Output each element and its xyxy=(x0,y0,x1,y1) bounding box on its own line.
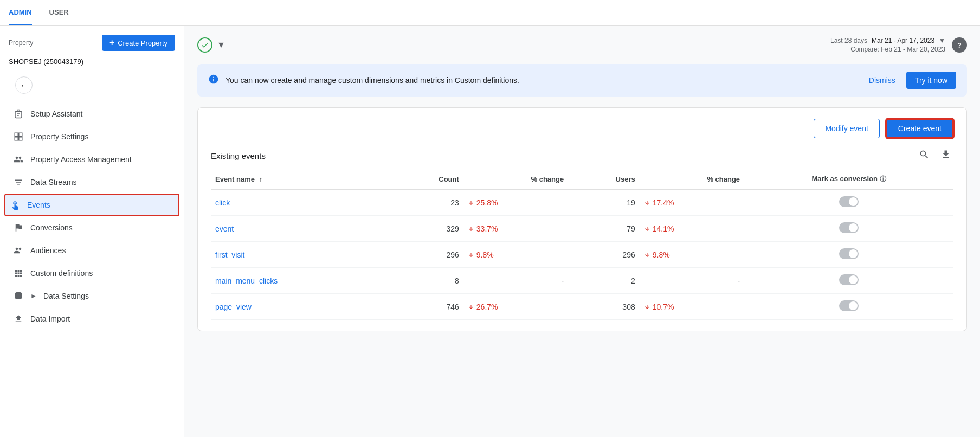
users-change-down: 17.4% xyxy=(644,198,740,207)
conversion-help-icon[interactable]: ⓘ xyxy=(880,175,886,183)
count-change-down: 26.7% xyxy=(468,303,564,311)
info-banner: You can now create and manage custom dim… xyxy=(197,64,967,97)
upload-icon xyxy=(13,313,24,324)
event-users-cell: 296 xyxy=(568,242,639,268)
sidebar-label-property-settings: Property Settings xyxy=(30,132,88,141)
conversion-toggle[interactable] xyxy=(839,300,859,311)
event-toggle-cell[interactable] xyxy=(744,242,953,268)
date-info: Last 28 days Mar 21 - Apr 17, 2023 ▼ Com… xyxy=(830,37,945,53)
date-range-value[interactable]: Mar 21 - Apr 17, 2023 xyxy=(872,37,934,44)
event-name-cell[interactable]: main_menu_clicks xyxy=(211,268,390,294)
streams-icon xyxy=(13,177,24,188)
status-wrapper: ▼ xyxy=(197,37,225,53)
try-now-button[interactable]: Try it now xyxy=(906,72,956,89)
date-dropdown-arrow[interactable]: ▼ xyxy=(939,37,945,44)
col-event-name[interactable]: Event name ↑ xyxy=(211,169,390,190)
sidebar-item-setup-assistant[interactable]: Setup Assistant xyxy=(0,102,184,125)
info-banner-text: You can now create and manage custom dim… xyxy=(225,76,862,85)
sidebar-label-events: Events xyxy=(27,201,50,209)
existing-events-title: Existing events xyxy=(211,151,266,160)
event-users-change-cell: - xyxy=(640,268,744,294)
event-count-cell: 296 xyxy=(390,242,463,268)
create-event-button[interactable]: Create event xyxy=(886,119,953,138)
event-count-cell: 746 xyxy=(390,294,463,320)
sidebar-label-custom-definitions: Custom definitions xyxy=(30,269,93,278)
sidebar-item-property-settings[interactable]: Property Settings xyxy=(0,125,184,148)
search-events-button[interactable] xyxy=(917,147,932,165)
sidebar-item-conversions[interactable]: Conversions xyxy=(0,216,184,239)
flag-icon xyxy=(13,222,24,233)
event-users-cell: 19 xyxy=(568,190,639,216)
col-count-change: % change xyxy=(463,169,568,190)
event-count-change-cell: 26.7% xyxy=(463,294,568,320)
dismiss-button[interactable]: Dismiss xyxy=(869,76,895,85)
users-change-down: 9.8% xyxy=(644,250,740,259)
users-change-down: 14.1% xyxy=(644,224,740,233)
create-property-button[interactable]: + Create Property xyxy=(102,35,175,51)
top-navigation: ADMIN USER xyxy=(0,0,980,26)
event-users-change-cell: 14.1% xyxy=(640,216,744,242)
event-count-change-cell: 33.7% xyxy=(463,216,568,242)
sidebar-item-data-streams[interactable]: Data Streams xyxy=(0,171,184,194)
events-actions xyxy=(917,147,953,165)
table-row: event 329 33.7% 79 14.1% xyxy=(211,216,953,242)
users-change-down: 10.7% xyxy=(644,303,740,311)
svg-rect-4 xyxy=(15,137,18,140)
event-toggle-cell[interactable] xyxy=(744,216,953,242)
conversion-toggle[interactable] xyxy=(839,274,859,285)
last-days-label: Last 28 days xyxy=(830,37,867,44)
sidebar-label-property-access-management: Property Access Management xyxy=(30,155,132,164)
sidebar-item-events[interactable]: Events xyxy=(4,194,179,216)
collapse-sidebar-button[interactable]: ← xyxy=(15,76,33,94)
clipboard-icon xyxy=(13,108,24,119)
tab-admin[interactable]: ADMIN xyxy=(9,1,32,25)
header-bar: ▼ Last 28 days Mar 21 - Apr 17, 2023 ▼ C… xyxy=(197,37,967,53)
event-count-change-cell: 9.8% xyxy=(463,242,568,268)
status-dropdown-arrow[interactable]: ▼ xyxy=(217,40,225,50)
sidebar-item-data-import[interactable]: Data Import xyxy=(0,307,184,330)
count-change-down: 9.8% xyxy=(468,250,564,259)
plus-icon: + xyxy=(109,38,114,48)
sidebar-item-data-settings[interactable]: ► Data Settings xyxy=(0,285,184,307)
tab-user[interactable]: USER xyxy=(49,1,69,25)
svg-rect-2 xyxy=(15,133,18,136)
svg-rect-3 xyxy=(19,133,22,136)
event-count-cell: 8 xyxy=(390,268,463,294)
conversion-toggle[interactable] xyxy=(839,196,859,207)
conversion-toggle[interactable] xyxy=(839,222,859,233)
col-mark-as-conversion: Mark as conversion ⓘ xyxy=(744,169,953,190)
help-button[interactable]: ? xyxy=(952,37,967,53)
users-change-neutral: - xyxy=(737,277,740,285)
download-events-button[interactable] xyxy=(938,147,953,165)
compare-date: Compare: Feb 21 - Mar 20, 2023 xyxy=(830,46,945,53)
status-icon[interactable] xyxy=(197,37,212,53)
sidebar-item-audiences[interactable]: Audiences xyxy=(0,239,184,262)
table-row: main_menu_clicks 8 - 2 - xyxy=(211,268,953,294)
main-content: ▼ Last 28 days Mar 21 - Apr 17, 2023 ▼ C… xyxy=(184,26,980,437)
events-section: Modify event Create event Existing event… xyxy=(197,107,967,331)
sidebar-label-data-streams: Data Streams xyxy=(30,178,77,187)
settings-icon xyxy=(13,131,24,142)
data-settings-arrow: ► xyxy=(30,292,37,300)
col-users: Users xyxy=(568,169,639,190)
event-toggle-cell[interactable] xyxy=(744,190,953,216)
group-icon xyxy=(13,154,24,165)
sidebar-item-property-access-management[interactable]: Property Access Management xyxy=(0,148,184,171)
col-count: Count xyxy=(390,169,463,190)
event-name-cell[interactable]: first_visit xyxy=(211,242,390,268)
col-users-change: % change xyxy=(640,169,744,190)
property-label: Property xyxy=(9,39,33,47)
event-name-cell[interactable]: click xyxy=(211,190,390,216)
modify-event-button[interactable]: Modify event xyxy=(814,119,879,138)
event-name-cell[interactable]: page_view xyxy=(211,294,390,320)
events-table: Event name ↑ Count % change Users % chan… xyxy=(211,169,953,320)
events-table-body: click 23 25.8% 19 17.4% event 329 33.7% … xyxy=(211,190,953,320)
event-toggle-cell[interactable] xyxy=(744,294,953,320)
conversion-toggle[interactable] xyxy=(839,248,859,259)
count-change-down: 33.7% xyxy=(468,224,564,233)
person-icon xyxy=(13,245,24,256)
event-users-cell: 308 xyxy=(568,294,639,320)
sidebar-item-custom-definitions[interactable]: Custom definitions xyxy=(0,262,184,285)
event-name-cell[interactable]: event xyxy=(211,216,390,242)
event-toggle-cell[interactable] xyxy=(744,268,953,294)
